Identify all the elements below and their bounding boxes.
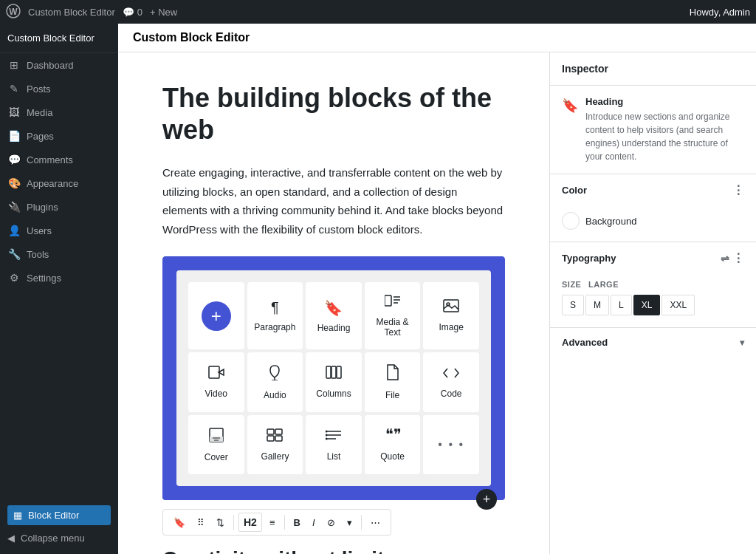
sidebar-item-media[interactable]: 🖼 Media <box>0 100 118 124</box>
sidebar-header: Custom Block Editor <box>0 24 118 53</box>
sidebar-item-users[interactable]: 👤 Users <box>0 219 118 242</box>
sidebar-item-settings[interactable]: ⚙ Settings <box>0 266 118 290</box>
appearance-icon: 🎨 <box>7 177 21 189</box>
toolbar-grid-btn[interactable]: ⠿ <box>193 514 209 531</box>
block-item-paragraph[interactable]: ¶ Paragraph <box>247 282 303 349</box>
block-item-more[interactable]: • • • <box>423 415 479 474</box>
media-icon: 🖼 <box>7 106 21 118</box>
block-item-video[interactable]: Video <box>188 352 244 412</box>
gallery-icon <box>267 428 283 445</box>
toolbar-link-btn[interactable]: ⊘ <box>323 514 340 531</box>
main-layout: Custom Block Editor ⊞ Dashboard ✎ Posts … <box>0 24 756 554</box>
size-btn-s[interactable]: S <box>562 295 584 315</box>
more-icon: • • • <box>438 438 464 451</box>
block-item-heading[interactable]: 🔖 Heading <box>306 282 362 349</box>
block-item-gallery[interactable]: Gallery <box>247 415 303 474</box>
media-text-icon <box>385 294 401 311</box>
block-item-cover[interactable]: Cover <box>188 415 244 474</box>
admin-bar-site-name[interactable]: Custom Block Editor <box>28 7 115 18</box>
inspector-block-info: 🔖 Heading Introduce new sections and org… <box>550 86 756 174</box>
toolbar-bold-btn[interactable]: B <box>289 514 305 531</box>
block-item-media-text[interactable]: Media & Text <box>365 282 421 349</box>
block-toolbar: 🔖 ⠿ ⇅ H2 ≡ B I ⊘ ▾ ⋯ <box>162 509 391 536</box>
editor-paragraph[interactable]: Create engaging, interactive, and transf… <box>162 163 505 239</box>
block-item-add[interactable]: + <box>188 282 244 349</box>
paragraph-label: Paragraph <box>254 322 295 332</box>
block-selector-container: + ¶ Paragraph 🔖 Heading <box>162 256 505 500</box>
video-label: Video <box>205 389 227 399</box>
sidebar-item-pages[interactable]: 📄 Pages <box>0 124 118 148</box>
size-btn-l[interactable]: L <box>611 295 632 315</box>
block-selector-inner: + ¶ Paragraph 🔖 Heading <box>176 270 491 486</box>
sidebar-item-tools[interactable]: 🔧 Tools <box>0 242 118 266</box>
typography-settings-icon[interactable]: ⇌ <box>721 253 729 264</box>
code-icon <box>443 366 459 383</box>
list-label: List <box>327 451 341 462</box>
editor-main: The building blocks of the web Create en… <box>118 52 549 554</box>
toolbar-separator-1 <box>233 515 234 530</box>
sidebar-item-block-editor[interactable]: ▦ Block Editor <box>7 505 111 525</box>
toolbar-italic-btn[interactable]: I <box>308 514 320 531</box>
sidebar-item-comments[interactable]: 💬 Comments <box>0 148 118 171</box>
toolbar-arrows-btn[interactable]: ⇅ <box>212 514 229 531</box>
admin-bar-howdy: Howdy, Admin <box>690 7 750 18</box>
svg-point-26 <box>326 430 328 432</box>
typography-size-label-text: SIZE LARGE <box>562 280 619 289</box>
block-item-list[interactable]: List <box>306 415 362 474</box>
sidebar-item-appearance[interactable]: 🎨 Appearance <box>0 171 118 195</box>
block-selector-plus-button[interactable]: + <box>476 489 497 510</box>
posts-icon: ✎ <box>7 83 21 95</box>
svg-rect-2 <box>385 295 391 306</box>
typography-section-header[interactable]: Typography ⇌ ⋮ <box>550 242 756 274</box>
color-section-header[interactable]: Color ⋮ <box>550 174 756 206</box>
block-item-image[interactable]: Image <box>423 282 479 349</box>
admin-bar-comments[interactable]: 💬 0 <box>123 7 142 18</box>
block-item-file[interactable]: File <box>365 352 421 412</box>
inspector-advanced-section[interactable]: Advanced ▾ <box>550 328 756 357</box>
admin-bar: W Custom Block Editor 💬 0 + New Howdy, A… <box>0 0 756 24</box>
editor-header: Custom Block Editor <box>118 24 756 52</box>
toolbar-separator-2 <box>284 515 285 530</box>
background-color-option[interactable]: Background <box>562 212 744 230</box>
toolbar-bookmark-btn[interactable]: 🔖 <box>169 514 190 531</box>
block-item-quote[interactable]: ❝❞ Quote <box>365 415 421 474</box>
heading-icon: 🔖 <box>324 299 343 317</box>
color-more-icon[interactable]: ⋮ <box>732 183 744 197</box>
toolbar-more-btn[interactable]: ⋯ <box>366 514 385 531</box>
comments-icon: 💬 <box>7 154 21 165</box>
toolbar-separator-3 <box>361 515 362 530</box>
block-item-columns[interactable]: Columns <box>306 352 362 412</box>
audio-icon <box>269 364 281 384</box>
sidebar-footer: ▦ Block Editor ◀ Collapse menu <box>0 499 118 554</box>
svg-text:❝: ❝ <box>385 428 394 442</box>
editor-main-heading[interactable]: The building blocks of the web <box>162 82 505 146</box>
sidebar-item-dashboard[interactable]: ⊞ Dashboard <box>0 53 118 77</box>
block-item-code[interactable]: Code <box>423 352 479 412</box>
typography-more-icon[interactable]: ⋮ <box>732 251 744 265</box>
list-icon <box>326 428 342 445</box>
paragraph-icon: ¶ <box>271 299 279 316</box>
quote-label: Quote <box>380 451 405 462</box>
inspector-block-name: Heading <box>585 96 744 107</box>
toolbar-align-btn[interactable]: ≡ <box>265 514 280 531</box>
sidebar-item-collapse[interactable]: ◀ Collapse menu <box>7 528 111 548</box>
size-btn-m[interactable]: M <box>585 295 609 315</box>
toolbar-dropdown-btn[interactable]: ▾ <box>343 514 357 531</box>
toolbar-h2-btn[interactable]: H2 <box>238 513 262 532</box>
sidebar-menu: ⊞ Dashboard ✎ Posts 🖼 Media 📄 Pages 💬 Co… <box>0 53 118 499</box>
svg-rect-14 <box>337 366 341 378</box>
svg-point-27 <box>326 434 328 436</box>
audio-label: Audio <box>264 390 286 400</box>
editor-subheading[interactable]: Creativity without limits <box>162 547 505 554</box>
svg-rect-6 <box>444 300 458 312</box>
sidebar-item-posts[interactable]: ✎ Posts <box>0 77 118 100</box>
file-label: File <box>385 390 399 400</box>
size-btn-xl[interactable]: XL <box>633 295 661 315</box>
admin-bar-new[interactable]: + New <box>150 7 177 18</box>
sidebar-item-plugins[interactable]: 🔌 Plugins <box>0 195 118 219</box>
block-item-audio[interactable]: Audio <box>247 352 303 412</box>
content-area: Custom Block Editor The building blocks … <box>118 24 756 554</box>
svg-text:❞: ❞ <box>394 428 401 442</box>
add-block-button[interactable]: + <box>202 301 231 331</box>
size-btn-xxl[interactable]: XXL <box>662 295 695 315</box>
